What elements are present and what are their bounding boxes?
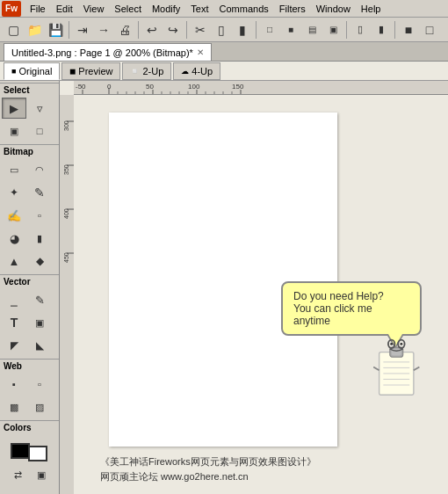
menu-select[interactable]: Select <box>109 1 147 17</box>
redo-button[interactable]: ↪ <box>163 20 183 40</box>
help-bubble: Do you need Help? You can click me anyti… <box>281 281 430 397</box>
tab-preview[interactable]: ◼ Preview <box>61 62 120 80</box>
group-button[interactable]: ▯ <box>350 20 370 40</box>
import-button[interactable]: ⇥ <box>73 20 92 40</box>
hand-tool[interactable]: ✍ <box>27 490 52 494</box>
bitmap-section-label: Bitmap <box>0 144 59 158</box>
zoom-hand-row: 🔍 ✍ <box>0 489 59 494</box>
undo-button[interactable]: ↩ <box>142 20 162 40</box>
zoom-in-button[interactable]: □ <box>260 20 279 40</box>
svg-text:400: 400 <box>63 208 69 219</box>
menu-window[interactable]: Window <box>311 1 356 17</box>
text-tool[interactable]: T <box>2 312 26 333</box>
select-tools-row1: ▶ ▿ <box>0 97 59 120</box>
path-scrubber-tool[interactable]: ◣ <box>27 335 52 356</box>
eraser-tool[interactable]: ▫ <box>27 205 52 226</box>
bitmap-tools-row1: ▭ ◠ <box>0 158 59 181</box>
hotspot-tool[interactable]: ▪ <box>2 374 26 395</box>
zoom-out-button[interactable]: ■ <box>281 20 300 40</box>
line-tool[interactable]: ⎯ <box>2 289 26 310</box>
extra2-button[interactable]: □ <box>420 20 439 40</box>
ruler-left-svg: 300 350 400 450 <box>60 95 74 494</box>
ungroup-button[interactable]: ▮ <box>372 20 391 40</box>
export-button[interactable]: → <box>94 20 113 40</box>
menu-filters[interactable]: Filters <box>274 1 311 17</box>
scale-tool[interactable]: ▣ <box>2 120 26 142</box>
crop-tool[interactable]: □ <box>27 120 52 142</box>
svg-text:450: 450 <box>63 252 69 263</box>
blur-tool[interactable]: ◕ <box>2 228 26 249</box>
marquee-tool[interactable]: ▭ <box>2 159 26 180</box>
document-tab[interactable]: Untitled-3.png : Page 1 @ 200% (Bitmap)*… <box>4 43 212 61</box>
extra1-button[interactable]: ■ <box>399 20 418 40</box>
original-icon: ■ <box>11 67 16 76</box>
menu-edit[interactable]: Edit <box>51 1 78 17</box>
eyedropper-tool[interactable]: ◆ <box>27 251 52 272</box>
tab-title: Untitled-3.png : Page 1 @ 200% (Bitmap)* <box>11 47 193 58</box>
rubber-stamp-tool[interactable]: ▮ <box>27 228 52 249</box>
freeform-tool[interactable]: ◤ <box>2 335 26 356</box>
svg-line-45 <box>414 367 420 370</box>
slice-tool[interactable]: ▫ <box>27 374 52 395</box>
menu-file[interactable]: File <box>25 1 51 17</box>
copy-button[interactable]: ▯ <box>212 20 231 40</box>
menu-modify[interactable]: Modify <box>147 1 185 17</box>
vector-section-label: Vector <box>0 274 59 288</box>
tab-bar: Untitled-3.png : Page 1 @ 200% (Bitmap)*… <box>0 42 448 62</box>
tab-original[interactable]: ■ Original <box>4 62 60 80</box>
fill-color-swatch[interactable] <box>28 446 47 461</box>
tab-4up[interactable]: ☁ 4-Up <box>173 62 220 80</box>
preview-label: Preview <box>78 66 112 76</box>
paint-bucket-tool[interactable]: ▲ <box>2 251 26 272</box>
toolbox: Select ▶ ▿ ▣ □ Bitmap ▭ ◠ ✦ ✎ ✍ ▫ ◕ ▮ ▲ … <box>0 81 60 494</box>
shape-tool[interactable]: ▣ <box>27 312 52 333</box>
menu-bar: Fw File Edit View Select Modify Text Com… <box>0 0 448 18</box>
svg-text:-50: -50 <box>76 83 86 91</box>
zoom-tool[interactable]: 🔍 <box>2 490 26 494</box>
2up-icon: ◽ <box>130 67 140 76</box>
web-tools-row2: ▩ ▨ <box>0 396 59 418</box>
show-slices-tool[interactable]: ▨ <box>27 396 52 418</box>
stroke-color-swatch[interactable] <box>11 443 30 459</box>
bottom-line2: 网页顽主论坛 www.go2here.net.cn <box>100 469 316 485</box>
canvas-area[interactable]: 0 50 100 150 -50 <box>60 81 448 494</box>
hide-slices-tool[interactable]: ▩ <box>2 396 26 418</box>
cut-button[interactable]: ✂ <box>191 20 210 40</box>
save-button[interactable]: 💾 <box>46 20 65 40</box>
menu-help[interactable]: Help <box>356 1 387 17</box>
svg-text:50: 50 <box>146 83 154 91</box>
print-button[interactable]: 🖨 <box>115 20 134 40</box>
lasso-tool[interactable]: ◠ <box>27 159 52 180</box>
canvas-content[interactable]: Do you need Help? You can click me anyti… <box>74 95 448 494</box>
clippy-character[interactable] <box>373 336 426 397</box>
menu-view[interactable]: View <box>78 1 110 17</box>
paste-button[interactable]: ▮ <box>233 20 252 40</box>
color-display: ⇄ ▣ <box>0 434 59 489</box>
menu-text[interactable]: Text <box>185 1 213 17</box>
svg-text:0: 0 <box>107 83 112 91</box>
pencil-tool[interactable]: ✍ <box>2 205 26 226</box>
default-colors-button[interactable]: ▣ <box>30 464 52 485</box>
pen-tool[interactable]: ✎ <box>27 289 52 310</box>
tab-close-button[interactable]: ✕ <box>197 47 204 57</box>
menu-commands[interactable]: Commands <box>214 1 274 17</box>
main-area: Select ▶ ▿ ▣ □ Bitmap ▭ ◠ ✦ ✎ ✍ ▫ ◕ ▮ ▲ … <box>0 81 448 494</box>
sep4 <box>256 21 257 39</box>
app-icon: Fw <box>2 1 21 17</box>
magic-wand-tool[interactable]: ✦ <box>2 182 26 203</box>
svg-rect-0 <box>74 81 448 95</box>
new-button[interactable]: ▢ <box>4 20 23 40</box>
pointer-tool[interactable]: ▶ <box>2 98 26 119</box>
toolbar: ▢ 📁 💾 ⇥ → 🖨 ↩ ↪ ✂ ▯ ▮ □ ■ ▤ ▣ ▯ ▮ ■ □ <box>0 18 448 42</box>
svg-rect-23 <box>60 95 74 494</box>
open-button[interactable]: 📁 <box>25 20 44 40</box>
sep2 <box>138 21 139 39</box>
subselect-tool[interactable]: ▿ <box>27 98 52 119</box>
bottom-line1: 《美工神话Fireworks网页元素与网页效果图设计》 <box>100 454 316 470</box>
distribute-button[interactable]: ▣ <box>323 20 343 40</box>
swap-colors-button[interactable]: ⇄ <box>7 464 29 485</box>
select-section-label: Select <box>0 83 59 97</box>
brush-tool[interactable]: ✎ <box>27 182 52 203</box>
tab-2up[interactable]: ◽ 2-Up <box>122 62 171 80</box>
align-button[interactable]: ▤ <box>302 20 322 40</box>
